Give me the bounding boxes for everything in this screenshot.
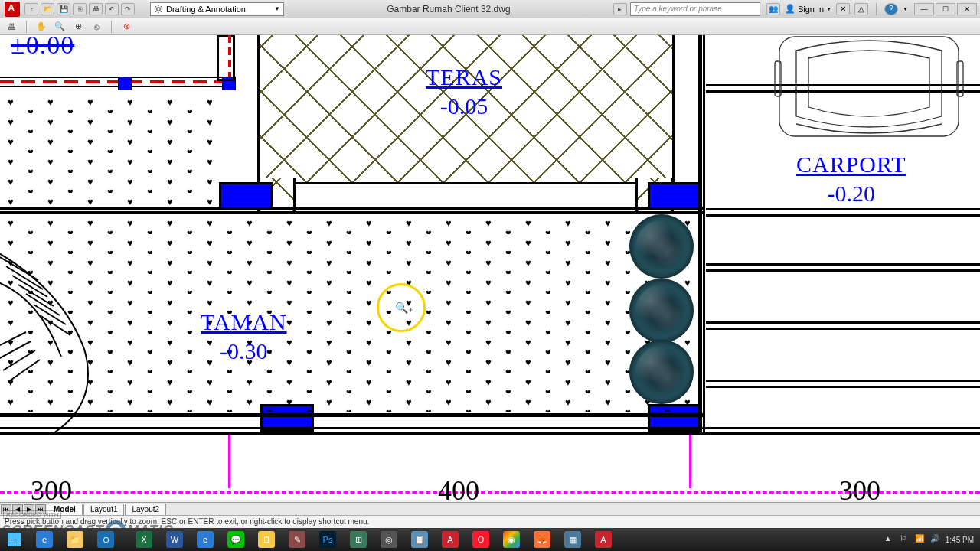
exchange-icon[interactable]: ✕ — [836, 3, 850, 15]
column — [219, 182, 273, 210]
print-icon[interactable]: 🖶 — [5, 21, 18, 33]
taskbar-acad[interactable]: A — [436, 530, 465, 549]
autodesk360-icon[interactable]: 👥 — [766, 3, 780, 15]
carport-slab-line — [706, 386, 980, 388]
app-icon[interactable] — [5, 2, 20, 17]
open-button[interactable]: 📂 — [41, 3, 54, 15]
title-bar: ▫ 📂 💾 ⎘ 🖶 ↶ ↷ Drafting & Annotation ▼ Ga… — [0, 0, 980, 18]
tab-label: Layout2 — [132, 505, 159, 514]
pan-icon[interactable]: ✋ — [34, 21, 48, 33]
cursor-icon: 🔍₊ — [395, 302, 413, 314]
tray-flag-icon[interactable]: ⚐ — [900, 534, 910, 545]
plant-block — [0, 249, 130, 433]
svg-rect-7 — [779, 37, 959, 136]
undo-button[interactable]: ↶ — [105, 3, 119, 15]
signin-label: Sign In — [798, 5, 824, 14]
windows-icon — [8, 533, 21, 546]
document-title: Gambar Rumah Client 32.dwg — [284, 4, 613, 15]
workspace-selector[interactable]: Drafting & Annotation ▼ — [150, 2, 284, 16]
search-toggle[interactable]: ▸ — [613, 3, 627, 15]
tab-label: Layout1 — [90, 505, 118, 514]
svg-rect-3 — [0, 93, 218, 205]
taskbar-media[interactable]: ⊙ — [91, 530, 120, 549]
recorded-badge: RECORDED WITH — [3, 510, 61, 519]
start-button[interactable] — [1, 530, 28, 549]
room-name: TERAS — [426, 64, 502, 90]
drawing-canvas[interactable]: ±0.00 TERAS -0.05 ♥♥ ♥♥ — [0, 35, 980, 500]
wall — [703, 35, 705, 433]
carport-slab-line — [706, 328, 980, 330]
room-elevation: -0.05 — [426, 92, 502, 121]
taskbar-firefox[interactable]: 🦊 — [528, 530, 557, 549]
saveas-button[interactable]: ⎘ — [73, 3, 87, 15]
carport-slab-line — [706, 321, 980, 324]
new-button[interactable]: ▫ — [24, 3, 38, 15]
zoom-icon[interactable]: 🔍 — [53, 21, 67, 33]
clock[interactable]: 1:45 PM — [946, 536, 974, 544]
tab-layout1[interactable]: Layout1 — [83, 504, 125, 515]
redo-button[interactable]: ↷ — [121, 3, 135, 15]
steering-icon[interactable]: ⎋ — [90, 21, 103, 33]
wall — [0, 211, 704, 214]
chevron-down-icon: ▼ — [274, 5, 280, 12]
orbit-icon[interactable]: ⊕ — [71, 21, 85, 33]
nav-toolbar: 🖶 ✋ 🔍 ⊕ ⎋ ⊗ — [0, 18, 980, 35]
taskbar-ie2[interactable]: e — [191, 530, 220, 549]
room-label-carport: CARPORT -0.20 — [796, 150, 906, 207]
layout-tabs: ⏮ ◀ ▶ ⏭ Model Layout1 Layout2 — [0, 502, 980, 515]
section-line — [228, 35, 231, 77]
taskbar-acad2[interactable]: A — [589, 530, 618, 549]
close-button[interactable]: ✕ — [957, 3, 977, 15]
tray-vol-icon[interactable]: 🔊 — [930, 534, 941, 545]
wall — [0, 427, 980, 429]
close-tool-icon[interactable]: ⊗ — [119, 21, 133, 33]
save-button[interactable]: 💾 — [57, 3, 70, 15]
search-input[interactable]: Type a keyword or phrase — [630, 2, 760, 16]
svg-rect-8 — [775, 61, 781, 96]
taskbar-app3[interactable]: ◎ — [374, 530, 403, 549]
maximize-button[interactable]: ☐ — [936, 3, 956, 15]
taskbar-ps[interactable]: Ps — [313, 530, 342, 549]
wall — [698, 35, 702, 433]
workspace-label: Drafting & Annotation — [166, 5, 246, 14]
taskbar-word[interactable]: W — [160, 530, 189, 549]
room-elevation: -0.20 — [796, 179, 906, 208]
wall-segment — [129, 77, 220, 87]
taskbar-app5[interactable]: ▦ — [558, 530, 587, 549]
window-controls: — ☐ ✕ — [914, 3, 977, 15]
stayconnected-icon[interactable]: △ — [854, 3, 868, 15]
dimension-value: 300 — [31, 474, 72, 500]
wall — [0, 432, 980, 435]
signin-button[interactable]: 👤 Sign In ▼ — [785, 4, 831, 14]
room-label-teras: TERAS -0.05 — [426, 63, 502, 120]
taskbar-ie[interactable]: e — [30, 530, 59, 549]
taskbar-explorer[interactable]: 📁 — [60, 530, 90, 549]
taskbar-excel[interactable]: X — [129, 530, 158, 549]
minimize-button[interactable]: — — [914, 3, 934, 15]
taskbar-notes[interactable]: 🗒 — [252, 530, 281, 549]
taskbar-app2[interactable]: ⊞ — [344, 530, 373, 549]
dimension-tick — [689, 435, 691, 488]
dimension-value: 300 — [839, 474, 880, 500]
wall-hatch — [129, 80, 220, 83]
taskbar-line[interactable]: 💬 — [221, 530, 250, 549]
grass-hatch: ♥♥ — [0, 93, 218, 205]
svg-point-0 — [157, 7, 161, 11]
help-icon[interactable]: ? — [884, 3, 898, 15]
title-right-buttons: 👥 👤 Sign In ▼ ✕ △ ? ▼ — [766, 3, 908, 15]
plot-button[interactable]: 🖶 — [89, 3, 103, 15]
taskbar: e 📁 ⊙ X W e 💬 🗒 ✎ Ps ⊞ ◎ 📋 A O ◉ 🦊 ▦ A ▲… — [0, 528, 980, 551]
tray-up-icon[interactable]: ▲ — [884, 534, 895, 545]
separator — [876, 3, 877, 15]
carport-slab-line — [706, 208, 980, 210]
taskbar-app4[interactable]: 📋 — [405, 530, 434, 549]
taskbar-app1[interactable]: ✎ — [283, 530, 312, 549]
carport-slab-line — [706, 214, 980, 217]
column-marker — [118, 77, 132, 90]
tray-net-icon[interactable]: 📶 — [915, 534, 926, 545]
taskbar-chrome[interactable]: ◉ — [497, 530, 526, 549]
user-icon: 👤 — [785, 4, 795, 14]
column — [648, 182, 701, 210]
tab-layout2[interactable]: Layout2 — [125, 504, 166, 515]
taskbar-opera[interactable]: O — [466, 530, 495, 549]
